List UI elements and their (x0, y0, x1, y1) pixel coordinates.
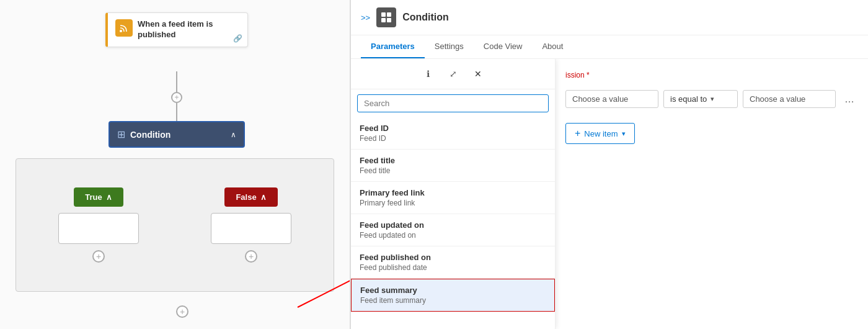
new-item-button[interactable]: + New item ▾ (565, 123, 635, 144)
plus-icon: + (575, 128, 580, 139)
info-button[interactable]: ℹ (420, 65, 437, 83)
condition-icon: ⊞ (117, 128, 125, 140)
chevron-down-operator: ▾ (711, 95, 714, 103)
condition-node-label: Condition (130, 130, 226, 140)
choose-value-1-text: Choose a value (572, 94, 628, 104)
dropdown-list: Feed ID Feed ID Feed title Feed title Pr… (351, 117, 555, 329)
operator-dropdown[interactable]: is equal to ▾ (663, 90, 738, 108)
info-icon: ℹ (427, 69, 430, 79)
new-item-label: New item (584, 129, 618, 138)
operator-text: is equal to (670, 94, 707, 104)
feed-id-title: Feed ID (360, 124, 546, 133)
feed-summary-subtitle: Feed item summary (360, 296, 546, 305)
connector-line1 (176, 71, 177, 93)
condition-inputs-row: Choose a value is equal to ▾ Choose a va… (565, 90, 858, 108)
false-branch-box (211, 213, 291, 244)
svg-rect-5 (381, 18, 386, 22)
section-label-text: ission * (565, 71, 590, 79)
tab-about[interactable]: About (532, 35, 573, 58)
true-branch-button[interactable]: True ∧ (74, 187, 123, 207)
panel-title: Condition (402, 12, 449, 23)
more-options-button[interactable]: … (841, 91, 858, 107)
dropdown-item-feed-summary[interactable]: Feed summary Feed item summary (351, 279, 555, 312)
dropdown-item-published-on[interactable]: Feed published on Feed published date (351, 246, 555, 279)
condition-panel-icon (376, 7, 396, 27)
connector-line2 (176, 103, 177, 122)
tab-parameters[interactable]: Parameters (361, 35, 425, 58)
trigger-label: When a feed item is published (138, 19, 240, 40)
tab-settings[interactable]: Settings (425, 35, 474, 58)
feed-id-subtitle: Feed ID (360, 134, 546, 143)
panel-body: ℹ ⤢ ✕ Feed ID Feed ID Feed title (351, 59, 868, 329)
false-branch-button[interactable]: False ∧ (224, 187, 277, 207)
choose-value-1[interactable]: Choose a value (565, 90, 658, 108)
add-button-false[interactable]: + (245, 250, 257, 263)
add-button-true[interactable]: + (92, 250, 105, 263)
panel-header: >> Condition (351, 0, 868, 35)
close-button[interactable]: ✕ (469, 65, 487, 83)
branch-container: True ∧ + False ∧ + (16, 158, 334, 292)
primary-link-title: Primary feed link (360, 188, 546, 197)
published-on-title: Feed published on (360, 253, 546, 262)
chevron-up-false: ∧ (260, 192, 267, 202)
chevron-up-icon: ∧ (231, 130, 236, 139)
chevron-down-new-item: ▾ (622, 130, 626, 138)
condition-section-label: ission * (565, 69, 858, 80)
trigger-node[interactable]: When a feed item is published 🔗 (105, 12, 248, 47)
condition-editor: ission * Choose a value is equal to ▾ Ch… (556, 59, 868, 329)
rss-icon (115, 19, 133, 37)
link-icon: 🔗 (233, 34, 242, 43)
dropdown-item-feed-id[interactable]: Feed ID Feed ID (351, 117, 555, 150)
chevron-up-true: ∧ (106, 192, 112, 202)
feed-title-subtitle: Feed title (360, 166, 546, 175)
dropdown-item-primary-link[interactable]: Primary feed link Primary feed link (351, 182, 555, 214)
add-button-1[interactable]: + (171, 92, 182, 103)
true-branch-box (58, 213, 139, 244)
false-branch: False ∧ + (211, 187, 291, 263)
feed-title-title: Feed title (360, 156, 546, 165)
add-button-bottom[interactable]: + (176, 305, 188, 318)
search-input[interactable] (357, 94, 549, 112)
true-branch: True ∧ + (58, 187, 139, 263)
expand-button[interactable]: ⤢ (445, 65, 462, 83)
panel-tabs: Parameters Settings Code View About (351, 35, 868, 59)
property-panel: >> Condition Parameters Settings Code Vi… (350, 0, 868, 329)
svg-point-0 (120, 30, 122, 32)
dropdown-item-updated-on[interactable]: Feed updated on Feed updated on (351, 214, 555, 246)
choose-value-2-text: Choose a value (750, 94, 805, 104)
false-label: False (236, 192, 256, 202)
close-icon: ✕ (474, 69, 482, 79)
workflow-canvas: When a feed item is published 🔗 + ⊞ Cond… (0, 0, 350, 329)
svg-rect-6 (387, 18, 391, 22)
published-on-subtitle: Feed published date (360, 263, 546, 272)
svg-rect-4 (387, 12, 391, 17)
updated-on-title: Feed updated on (360, 220, 546, 230)
feed-summary-title: Feed summary (360, 286, 546, 295)
dropdown-overlay: ℹ ⤢ ✕ Feed ID Feed ID Feed title (351, 59, 556, 329)
tab-code-view[interactable]: Code View (474, 35, 533, 58)
true-label: True (85, 192, 102, 202)
primary-link-subtitle: Primary feed link (360, 199, 546, 207)
condition-node[interactable]: ⊞ Condition ∧ (108, 121, 245, 148)
svg-rect-3 (381, 12, 386, 17)
breadcrumb-icon[interactable]: >> (361, 13, 370, 22)
new-item-row: + New item ▾ (565, 123, 858, 144)
dropdown-item-feed-title[interactable]: Feed title Feed title (351, 150, 555, 182)
dropdown-icons-row: ℹ ⤢ ✕ (351, 59, 555, 89)
choose-value-2[interactable]: Choose a value (743, 90, 836, 108)
expand-icon: ⤢ (450, 69, 457, 79)
updated-on-subtitle: Feed updated on (360, 231, 546, 240)
